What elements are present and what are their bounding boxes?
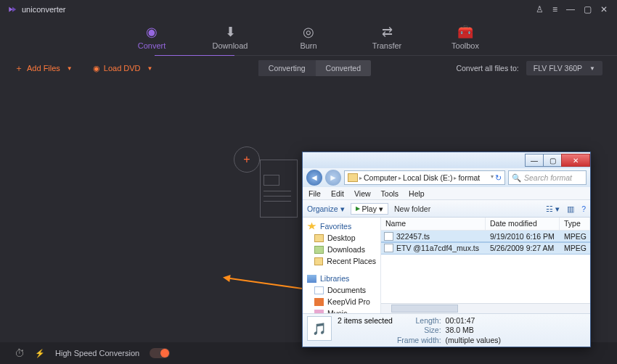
segment-converted[interactable]: Converted [316, 60, 371, 76]
crumb[interactable]: Local Disk (E:) [403, 173, 452, 182]
explorer-minimize-icon[interactable]: — [525, 154, 544, 167]
play-button[interactable]: ▶Play ▾ [351, 203, 388, 215]
col-name[interactable]: Name [381, 218, 486, 230]
svg-marker-1 [12, 7, 16, 12]
framewidth-label: Frame width: [397, 336, 441, 344]
download-icon: ⬇ [225, 24, 236, 40]
video-file-icon [384, 244, 393, 252]
explorer-titlebar[interactable]: — ▢ ✕ [303, 152, 590, 168]
size-value: 38.0 MB [446, 326, 501, 334]
menu-edit[interactable]: Edit [331, 189, 344, 198]
menu-tools[interactable]: Tools [381, 189, 399, 198]
minimize-icon[interactable]: — [564, 4, 577, 15]
column-headers: Name Date modified Type [381, 218, 590, 231]
framewidth-value: (multiple values) [446, 336, 501, 344]
nav-desktop[interactable]: Desktop [303, 232, 380, 244]
nav-download[interactable]: ⬇ Download [208, 24, 252, 50]
app-logo-icon [7, 4, 17, 15]
explorer-close-icon[interactable]: ✕ [561, 154, 590, 167]
search-input[interactable]: 🔍 Search format [508, 170, 587, 185]
file-row[interactable]: 322457.ts 9/19/2010 6:16 PM MPEG [381, 231, 590, 242]
new-folder-button[interactable]: New folder [394, 204, 430, 213]
top-nav: ◉ Convert ⬇ Download ◎ Burn ⇄ Transfer 🧰… [0, 19, 617, 55]
col-date[interactable]: Date modified [486, 218, 560, 230]
window-controls: ♙ ≡ — ▢ ✕ [534, 4, 610, 15]
nav-keepvid[interactable]: KeepVid Pro [303, 296, 380, 307]
clock-icon[interactable]: ⏱ [15, 347, 25, 359]
menu-file[interactable]: File [308, 189, 321, 198]
col-type[interactable]: Type [560, 218, 590, 230]
svg-marker-0 [9, 7, 12, 12]
downloads-icon [314, 246, 324, 254]
explorer-toolbar: Organize ▾ ▶Play ▾ New folder ☷ ▾ ▥ ? [303, 200, 590, 218]
explorer-maximize-icon[interactable]: ▢ [543, 154, 562, 167]
view-mode-icon[interactable]: ☷ ▾ [546, 204, 560, 213]
nav-downloads[interactable]: Downloads [303, 244, 380, 255]
status-summary: 2 items selected [338, 316, 393, 325]
file-row[interactable]: ETV @11a7cdf4_mux.ts 5/26/2009 9:27 AM M… [381, 242, 590, 254]
breadcrumb[interactable]: ▸Computer ▸Local Disk (E:) ▸format ▾↻ [344, 170, 505, 185]
toolbar-right: Convert all files to: FLV FLV 360P ▼ [456, 61, 602, 75]
nav-libraries[interactable]: Libraries [303, 273, 380, 284]
search-placeholder: Search format [524, 173, 572, 182]
title-bar: uniconverter ♙ ≡ — ▢ ✕ [0, 0, 617, 19]
nav-label: Transfer [372, 41, 402, 50]
nav-convert[interactable]: ◉ Convert [130, 24, 173, 50]
preview-pane-icon[interactable]: ▥ [567, 204, 574, 213]
nav-documents[interactable]: Documents [303, 284, 380, 296]
explorer-address-bar: ◄ ► ▸Computer ▸Local Disk (E:) ▸format ▾… [303, 168, 590, 187]
segment-converting[interactable]: Converting [258, 60, 316, 76]
close-icon[interactable]: ✕ [598, 4, 610, 15]
chevron-down-icon[interactable]: ▾ [491, 173, 494, 182]
folder-icon [314, 298, 324, 306]
account-icon[interactable]: ♙ [534, 4, 546, 15]
nav-label: Toolbox [451, 41, 479, 50]
refresh-icon[interactable]: ↻ [495, 173, 502, 182]
load-dvd-button[interactable]: ◉ Load DVD ▼ [93, 64, 153, 73]
folder-icon [348, 173, 358, 182]
hsc-toggle[interactable] [150, 348, 170, 358]
nav-label: Convert [138, 41, 166, 50]
file-placeholder-icon [260, 160, 298, 218]
back-button[interactable]: ◄ [306, 170, 322, 186]
chevron-down-icon: ▼ [589, 65, 595, 72]
nav-burn[interactable]: ◎ Burn [287, 24, 330, 50]
nav-favorites[interactable]: Favorites [303, 220, 380, 232]
folder-icon [314, 234, 324, 242]
libraries-icon [307, 275, 316, 283]
explorer-nav-pane: Favorites Desktop Downloads Recent Place… [303, 218, 381, 313]
forward-button[interactable]: ► [325, 170, 341, 186]
maximize-icon[interactable]: ▢ [581, 4, 594, 15]
burn-icon: ◎ [303, 24, 314, 40]
menu-view[interactable]: View [354, 189, 371, 198]
star-icon [307, 223, 316, 231]
nav-toolbox[interactable]: 🧰 Toolbox [444, 24, 487, 50]
nav-recent[interactable]: Recent Places [303, 255, 380, 267]
add-files-label: Add Files [27, 64, 60, 73]
organize-button[interactable]: Organize ▾ [307, 204, 345, 213]
menu-icon[interactable]: ≡ [550, 4, 560, 15]
plus-icon: ＋ [15, 62, 23, 75]
convert-icon: ◉ [146, 24, 158, 40]
add-files-button[interactable]: ＋ Add Files ▼ [15, 62, 73, 75]
bolt-icon: ⚡ [35, 349, 45, 358]
app-name: uniconverter [22, 5, 66, 14]
crumb[interactable]: Computer [364, 173, 397, 182]
nav-music[interactable]: Music [303, 307, 380, 313]
menu-help[interactable]: Help [409, 189, 425, 198]
help-icon[interactable]: ? [581, 204, 586, 213]
size-label: Size: [397, 326, 441, 334]
length-label: Length: [397, 316, 441, 325]
add-circle-icon [234, 146, 260, 173]
explorer-status-bar: 🎵 2 items selected Length: 00:01:47 Size… [303, 313, 590, 347]
horizontal-scrollbar[interactable] [381, 303, 590, 313]
app-logo: uniconverter [7, 4, 66, 15]
crumb[interactable]: format [458, 173, 480, 182]
search-icon: 🔍 [512, 173, 521, 183]
nav-label: Burn [300, 41, 316, 50]
nav-transfer[interactable]: ⇄ Transfer [365, 24, 409, 50]
explorer-file-list: Name Date modified Type 322457.ts 9/19/2… [381, 218, 590, 313]
output-format-select[interactable]: FLV FLV 360P ▼ [526, 61, 602, 75]
folder-icon [314, 257, 323, 265]
video-file-icon [384, 232, 393, 241]
